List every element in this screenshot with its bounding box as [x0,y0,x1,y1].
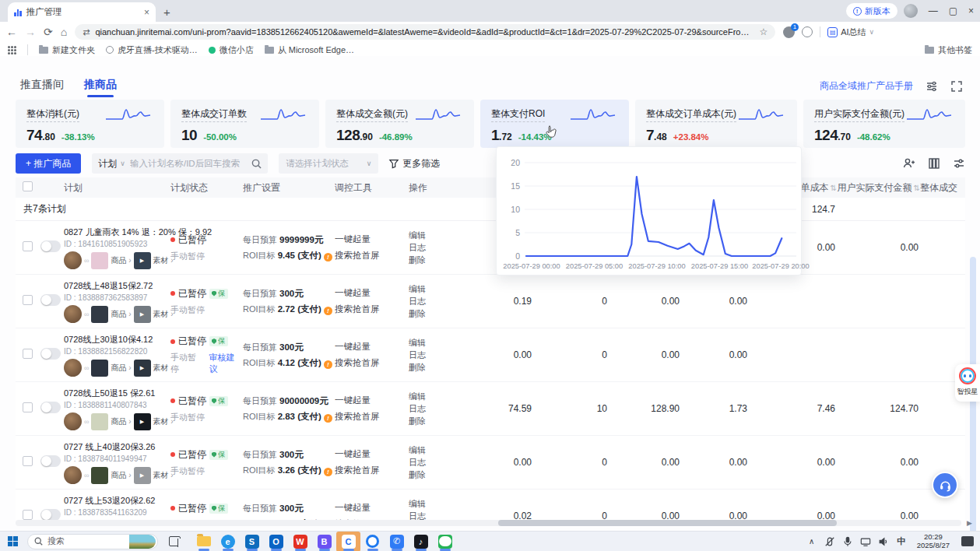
extension-icon[interactable]: 1 [783,26,795,38]
bookmark-item[interactable]: 从 Microsoft Edge… [265,44,354,56]
tool-link[interactable]: 一键起量 [335,448,409,460]
plan-status-select[interactable]: 请选择计划状态∨ [279,153,378,174]
taskbar-app-edge-browser[interactable]: e [216,532,240,551]
operation-link[interactable]: 删除 [409,307,458,320]
taskbar-app-microsoft-store[interactable]: S [240,532,264,551]
tool-link[interactable]: 搜索抢首屏 [335,250,409,261]
operation-link[interactable]: 编辑 [409,229,458,241]
product-link[interactable]: 商品 › [111,363,131,374]
product-thumbnail[interactable] [91,413,108,430]
stat-card-2[interactable]: 整体成交金额(元)128.90-46.89% [325,100,474,148]
tool-link[interactable]: 搜索抢首屏 [335,357,409,369]
browser-tab[interactable]: 推广管理 × [8,2,156,22]
column-header[interactable]: 推广设置 [243,181,335,195]
product-link[interactable]: 商品 › [111,470,131,481]
operation-link[interactable]: 日志 [409,456,458,469]
promote-product-button[interactable]: + 推广商品 [16,153,81,174]
taskbar-clock[interactable]: 20:292025/8/27 [917,533,950,550]
window-maximize-button[interactable]: ▢ [949,5,957,16]
stat-card-3[interactable]: 整体支付ROI1.72-14.43% [480,100,629,148]
bookmark-item[interactable]: 虎牙直播-技术驱动… [106,44,198,56]
customer-service-button[interactable] [932,472,958,498]
new-tab-button[interactable]: + [163,5,170,19]
operation-link[interactable]: 编辑 [409,336,458,349]
bookmark-item[interactable]: 新建文件夹 [39,44,95,56]
operation-link[interactable]: 删除 [409,361,458,374]
device-disconnected-icon[interactable] [824,536,835,547]
plan-search-input[interactable]: 计划∨ 输入计划名称/ID后回车搜索 [92,153,268,174]
taskbar-app-browser-app-active[interactable]: C [336,532,360,551]
select-all-checkbox[interactable] [23,181,33,191]
row-checkbox[interactable] [23,402,33,412]
sort-icon[interactable]: ⇅ [831,184,837,192]
row-checkbox[interactable] [23,241,33,251]
row-checkbox[interactable] [23,295,33,305]
window-minimize-button[interactable]: — [929,5,938,16]
task-view-icon[interactable] [169,536,181,546]
bookmark-item[interactable]: 微信小店 [209,44,254,56]
site-info-icon[interactable]: ⇄ [83,27,90,37]
list-settings-icon[interactable] [926,80,938,93]
notification-center-icon[interactable] [961,536,974,546]
product-link[interactable]: 商品 › [111,255,131,266]
tool-link[interactable]: 一键起量 [335,502,409,514]
ime-indicator[interactable]: 中 [896,536,907,547]
material-thumbnail[interactable] [134,413,151,430]
product-link[interactable]: 商品 › [111,309,131,320]
search-icon[interactable] [251,159,262,169]
column-header[interactable]: 计划 [64,181,170,195]
taskbar-app-wechat[interactable] [433,532,457,551]
row-checkbox[interactable] [23,349,33,359]
microphone-icon[interactable] [842,536,853,547]
stat-card-0[interactable]: 整体消耗(元)74.80-38.13% [16,100,164,148]
assistant-widget[interactable]: 智投星 [955,364,980,402]
material-thumbnail[interactable] [134,467,151,484]
operation-link[interactable]: 日志 [409,349,458,361]
operation-link[interactable]: 日志 [409,510,458,520]
product-manual-link[interactable]: 商品全域推广产品手册 [820,79,913,93]
taskbar-app-outlook[interactable]: O [264,532,288,551]
tool-link[interactable]: 一键起量 [335,395,409,406]
tool-link[interactable]: 搜索抢首屏 [335,411,409,423]
tool-link[interactable]: 一键起量 [335,341,409,353]
search-type-select[interactable]: 计划∨ [98,157,125,170]
operation-link[interactable]: 日志 [409,402,458,415]
start-button[interactable] [8,536,18,546]
scrollbar-thumb[interactable] [498,520,837,526]
other-bookmarks-button[interactable]: 其他书签 [925,44,972,56]
taskbar-app-purple-app[interactable]: B [312,532,336,551]
product-thumbnail[interactable] [91,306,108,323]
operation-link[interactable]: 编辑 [409,283,458,295]
custom-audience-icon[interactable] [903,157,915,170]
taskbar-search-box[interactable]: 搜索 [27,534,158,549]
column-header[interactable]: 整体成交金额 [920,181,957,195]
network-display-icon[interactable] [860,536,871,547]
tray-expand-icon[interactable]: ∧ [806,536,817,547]
row-enable-toggle[interactable] [40,240,61,252]
operation-link[interactable]: 日志 [409,295,458,307]
table-settings-icon[interactable] [953,157,965,170]
column-header[interactable]: 调控工具 [335,181,409,195]
material-thumbnail[interactable] [134,360,151,377]
column-header[interactable]: 计划状态 [170,181,243,195]
back-icon[interactable]: ← [6,26,17,38]
taskbar-app-douyin[interactable]: ♪ [409,532,433,551]
home-icon[interactable]: ⌂ [61,26,67,38]
review-suggestion-link[interactable]: 审核建议 [209,352,244,375]
stat-card-4[interactable]: 整体成交订单成本(元)7.48+23.84% [635,100,797,148]
tool-link[interactable]: 搜索抢首屏 [335,304,409,315]
row-enable-toggle[interactable] [40,348,61,360]
tab-product[interactable]: 推商品 [84,78,117,92]
tool-link[interactable]: 一键起量 [335,287,409,299]
reload-icon[interactable]: ⟳ [44,26,53,38]
bookmark-star-icon[interactable]: ☆ [759,26,767,37]
stat-card-1[interactable]: 整体成交订单数10-50.00% [170,100,319,148]
more-filters-button[interactable]: 更多筛选 [389,157,440,170]
operation-link[interactable]: 日志 [409,241,458,254]
tab-live-room[interactable]: 推直播间 [20,78,64,92]
tool-link[interactable]: 搜索抢首屏 [335,465,409,476]
scroll-right-arrow[interactable]: ▶ [967,519,972,527]
column-header[interactable]: 用户实际支付金额⇅ [837,181,920,195]
material-thumbnail[interactable] [134,306,151,323]
row-enable-toggle[interactable] [40,455,61,467]
